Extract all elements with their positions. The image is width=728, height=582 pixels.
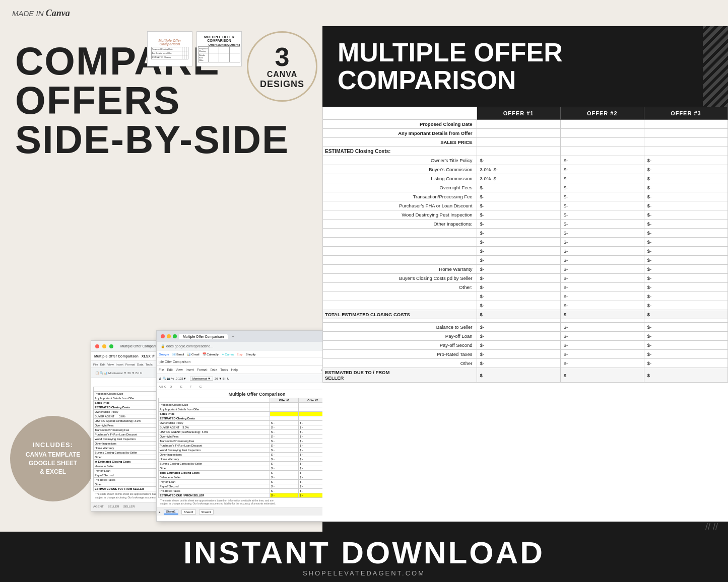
table-row: $- $- $- [323, 238, 728, 247]
right-section: MULTIPLE OFFER COMPARISON OFFER #1 OFFER… [322, 26, 728, 532]
table-row: Proposed Closing Date [323, 120, 728, 129]
table-row: $- $- $- [323, 256, 728, 265]
left-section: 3 CANVA DESIGNS Multiple OfferComparison… [0, 26, 322, 532]
table-row: Buyer's Closing Costs pd by Seller $- $-… [323, 274, 728, 283]
offer1-header: OFFER #1 [477, 107, 560, 120]
main-content: 3 CANVA DESIGNS Multiple OfferComparison… [0, 26, 728, 532]
table-row: Balance to Seller $- $- $- [323, 323, 728, 332]
estimated-due-row: ESTIMATED DUE TO / FROMSELLER $ $ $ [323, 368, 728, 383]
table-row: $- $- $- [323, 247, 728, 256]
table-row: Other $- $- $- [323, 359, 728, 368]
shop-url: SHOPELEVATEDAGENT.COM [303, 569, 425, 577]
thumbnail-row: Multiple OfferComparison Proposed Closin… [147, 31, 242, 66]
table-row: $- $- $- [323, 292, 728, 301]
right-headline: MULTIPLE OFFER COMPARISON [338, 39, 563, 94]
offer3-header: OFFER #3 [644, 107, 727, 120]
includes-badge: INCLUDES: CANVA TEMPLATEGOOGLE SHEET& EX… [10, 416, 96, 501]
table-row-spacer [323, 319, 728, 323]
thumbnail-2: MULTIPLE OFFERCOMPARISON Offer#1Offer#2O… [196, 31, 242, 66]
table-row: $- $- $- [323, 229, 728, 238]
made-in-canva: MADE IN Canva [12, 8, 70, 19]
comparison-table-wrapper: OFFER #1 OFFER #2 OFFER #3 Proposed Clos… [322, 107, 728, 522]
table-row: Overnight Fees $- $- $- [323, 183, 728, 192]
instant-download-text: INSTANT DOWNLOAD [183, 537, 545, 568]
table-row: Owner's Title Policy $- $- $- [323, 156, 728, 165]
bottom-accent: // // [322, 522, 728, 532]
table-row: Any Important Details from Offer [323, 129, 728, 138]
badge-number: 3 [275, 44, 290, 70]
table-row-section: ESTIMATED Closing Costs: [323, 147, 728, 156]
includes-label: INCLUDES: [33, 441, 73, 449]
table-row: Listing Commission 3.0% $- $- $- [323, 174, 728, 183]
includes-text: CANVA TEMPLATEGOOGLE SHEET& EXCEL [26, 451, 80, 476]
table-row: Pay-off Loan $- $- $- [323, 332, 728, 341]
diagonal-accent [703, 26, 728, 107]
offer2-header: OFFER #2 [560, 107, 644, 120]
table-row: Pro-Rated Taxes $- $- $- [323, 350, 728, 359]
badge-canva: CANVA [267, 70, 298, 79]
table-row: Other Inspections: $- $- $- [323, 220, 728, 229]
table-row: SALES PRICE [323, 138, 728, 147]
table-row: Pay-off Second $- $- $- [323, 341, 728, 350]
canva-designs-badge: 3 CANVA DESIGNS [247, 31, 317, 102]
total-estimated-closing-row: TOTAL ESTIMATED CLOSING COSTS $ $ $ [323, 310, 728, 319]
table-row: $- $- $- [323, 301, 728, 310]
right-header: MULTIPLE OFFER COMPARISON [322, 26, 728, 107]
table-row: Wood Destroying Pest Inspection $- $- $- [323, 210, 728, 220]
table-row: Other: $- $- $- [323, 283, 728, 292]
top-banner: MADE IN Canva [0, 0, 728, 26]
table-row: Transaction/Processing Fee $- $- $- [323, 192, 728, 201]
table-row: Purchaser's FHA or Loan Discount $- $- $… [323, 201, 728, 210]
badge-designs: DESIGNS [260, 79, 304, 90]
table-row: Home Warranty $- $- $- [323, 265, 728, 274]
comparison-table: OFFER #1 OFFER #2 OFFER #3 Proposed Clos… [322, 107, 728, 383]
thumbnail-1: Multiple OfferComparison Proposed Closin… [147, 31, 192, 66]
bottom-banner: INSTANT DOWNLOAD SHOPELEVATEDAGENT.COM [0, 532, 728, 582]
table-row: Buyer's Commission 3.0% $- $- $- [323, 165, 728, 174]
